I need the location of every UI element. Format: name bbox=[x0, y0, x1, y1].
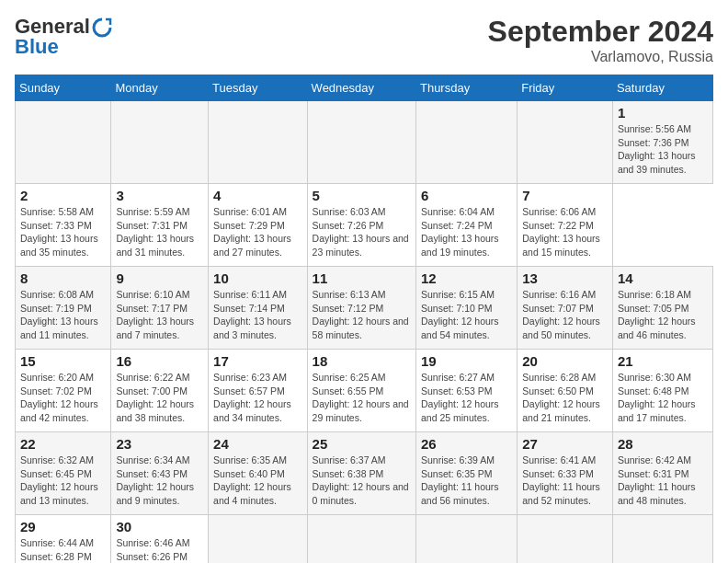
calendar-cell bbox=[415, 515, 517, 564]
day-info: Sunrise: 5:59 AMSunset: 7:31 PMDaylight:… bbox=[116, 205, 203, 259]
day-number: 5 bbox=[313, 188, 411, 203]
day-info: Sunrise: 6:20 AMSunset: 7:02 PMDaylight:… bbox=[20, 371, 106, 425]
day-number: 29 bbox=[20, 519, 106, 534]
title-block: September 2024 Varlamovo, Russia bbox=[488, 15, 713, 65]
calendar-cell: 27Sunrise: 6:41 AMSunset: 6:33 PMDayligh… bbox=[518, 432, 613, 515]
day-info: Sunrise: 6:15 AMSunset: 7:10 PMDaylight:… bbox=[421, 288, 512, 342]
logo-icon bbox=[92, 17, 112, 38]
calendar-cell: 12Sunrise: 6:15 AMSunset: 7:10 PMDayligh… bbox=[415, 267, 517, 350]
calendar-cell bbox=[307, 515, 415, 564]
calendar-cell bbox=[307, 101, 415, 184]
day-info: Sunrise: 6:03 AMSunset: 7:26 PMDaylight:… bbox=[313, 205, 411, 259]
day-info: Sunrise: 6:22 AMSunset: 7:00 PMDaylight:… bbox=[116, 371, 203, 425]
day-number: 25 bbox=[313, 436, 411, 452]
day-info: Sunrise: 6:28 AMSunset: 6:50 PMDaylight:… bbox=[522, 371, 608, 425]
calendar-cell: 22Sunrise: 6:32 AMSunset: 6:45 PMDayligh… bbox=[16, 432, 111, 515]
day-number: 3 bbox=[116, 188, 203, 203]
calendar-cell: 6Sunrise: 6:04 AMSunset: 7:24 PMDaylight… bbox=[415, 184, 517, 267]
weekday-header-tuesday: Tuesday bbox=[209, 75, 307, 101]
calendar-cell: 26Sunrise: 6:39 AMSunset: 6:35 PMDayligh… bbox=[415, 432, 517, 515]
weekday-header-monday: Monday bbox=[111, 75, 209, 101]
day-info: Sunrise: 6:10 AMSunset: 7:17 PMDaylight:… bbox=[116, 288, 203, 342]
calendar-cell bbox=[209, 101, 307, 184]
day-number: 17 bbox=[213, 353, 301, 369]
day-number: 27 bbox=[522, 436, 608, 452]
day-info: Sunrise: 6:13 AMSunset: 7:12 PMDaylight:… bbox=[313, 288, 411, 342]
day-number: 21 bbox=[618, 353, 708, 369]
day-number: 8 bbox=[20, 270, 106, 286]
day-info: Sunrise: 6:46 AMSunset: 6:26 PMDaylight:… bbox=[116, 536, 203, 563]
calendar-cell: 30Sunrise: 6:46 AMSunset: 6:26 PMDayligh… bbox=[111, 515, 209, 564]
day-number: 6 bbox=[421, 188, 512, 203]
day-info: Sunrise: 6:35 AMSunset: 6:40 PMDaylight:… bbox=[213, 454, 301, 508]
calendar-cell: 7Sunrise: 6:06 AMSunset: 7:22 PMDaylight… bbox=[518, 184, 613, 267]
calendar-cell bbox=[111, 101, 209, 184]
day-number: 28 bbox=[618, 436, 708, 452]
calendar-cell: 29Sunrise: 6:44 AMSunset: 6:28 PMDayligh… bbox=[16, 515, 111, 564]
day-info: Sunrise: 6:41 AMSunset: 6:33 PMDaylight:… bbox=[522, 454, 608, 508]
calendar-cell: 21Sunrise: 6:30 AMSunset: 6:48 PMDayligh… bbox=[612, 350, 712, 432]
day-number: 24 bbox=[213, 436, 301, 452]
day-info: Sunrise: 6:32 AMSunset: 6:45 PMDaylight:… bbox=[20, 454, 106, 508]
calendar-cell: 9Sunrise: 6:10 AMSunset: 7:17 PMDaylight… bbox=[111, 267, 209, 350]
day-number: 13 bbox=[522, 270, 608, 286]
day-info: Sunrise: 6:37 AMSunset: 6:38 PMDaylight:… bbox=[313, 454, 411, 508]
calendar-cell: 13Sunrise: 6:16 AMSunset: 7:07 PMDayligh… bbox=[518, 267, 613, 350]
calendar-table: SundayMondayTuesdayWednesdayThursdayFrid… bbox=[15, 75, 713, 563]
day-number: 7 bbox=[522, 188, 608, 203]
calendar-cell: 10Sunrise: 6:11 AMSunset: 7:14 PMDayligh… bbox=[209, 267, 307, 350]
calendar-cell: 14Sunrise: 6:18 AMSunset: 7:05 PMDayligh… bbox=[612, 267, 712, 350]
day-info: Sunrise: 5:58 AMSunset: 7:33 PMDaylight:… bbox=[20, 205, 106, 259]
calendar-week-row: 22Sunrise: 6:32 AMSunset: 6:45 PMDayligh… bbox=[16, 432, 713, 515]
day-info: Sunrise: 6:30 AMSunset: 6:48 PMDaylight:… bbox=[618, 371, 708, 425]
day-info: Sunrise: 6:11 AMSunset: 7:14 PMDaylight:… bbox=[213, 288, 301, 342]
logo: General Blue bbox=[15, 15, 112, 59]
calendar-cell: 20Sunrise: 6:28 AMSunset: 6:50 PMDayligh… bbox=[518, 350, 613, 432]
day-number: 1 bbox=[618, 105, 708, 121]
day-info: Sunrise: 6:27 AMSunset: 6:53 PMDaylight:… bbox=[421, 371, 512, 425]
location: Varlamovo, Russia bbox=[488, 49, 713, 65]
calendar-cell: 5Sunrise: 6:03 AMSunset: 7:26 PMDaylight… bbox=[307, 184, 415, 267]
day-info: Sunrise: 6:23 AMSunset: 6:57 PMDaylight:… bbox=[213, 371, 301, 425]
weekday-header-wednesday: Wednesday bbox=[307, 75, 415, 101]
calendar-cell bbox=[16, 101, 111, 184]
calendar-cell: 24Sunrise: 6:35 AMSunset: 6:40 PMDayligh… bbox=[209, 432, 307, 515]
calendar-cell: 23Sunrise: 6:34 AMSunset: 6:43 PMDayligh… bbox=[111, 432, 209, 515]
calendar-week-row: 8Sunrise: 6:08 AMSunset: 7:19 PMDaylight… bbox=[16, 267, 713, 350]
day-number: 16 bbox=[116, 353, 203, 369]
day-number: 26 bbox=[421, 436, 512, 452]
day-number: 23 bbox=[116, 436, 203, 452]
calendar-cell: 19Sunrise: 6:27 AMSunset: 6:53 PMDayligh… bbox=[415, 350, 517, 432]
calendar-cell bbox=[518, 101, 613, 184]
calendar-cell: 8Sunrise: 6:08 AMSunset: 7:19 PMDaylight… bbox=[16, 267, 111, 350]
day-info: Sunrise: 6:25 AMSunset: 6:55 PMDaylight:… bbox=[313, 371, 411, 425]
weekday-header-row: SundayMondayTuesdayWednesdayThursdayFrid… bbox=[16, 75, 713, 101]
calendar-cell: 25Sunrise: 6:37 AMSunset: 6:38 PMDayligh… bbox=[307, 432, 415, 515]
calendar-cell bbox=[415, 101, 517, 184]
weekday-header-saturday: Saturday bbox=[612, 75, 712, 101]
day-info: Sunrise: 6:34 AMSunset: 6:43 PMDaylight:… bbox=[116, 454, 203, 508]
day-info: Sunrise: 6:44 AMSunset: 6:28 PMDaylight:… bbox=[20, 536, 106, 563]
calendar-cell bbox=[209, 515, 307, 564]
day-info: Sunrise: 6:04 AMSunset: 7:24 PMDaylight:… bbox=[421, 205, 512, 259]
weekday-header-thursday: Thursday bbox=[415, 75, 517, 101]
month-title: September 2024 bbox=[488, 15, 713, 49]
weekday-header-sunday: Sunday bbox=[16, 75, 111, 101]
day-number: 14 bbox=[618, 270, 708, 286]
calendar-week-row: 2Sunrise: 5:58 AMSunset: 7:33 PMDaylight… bbox=[16, 184, 713, 267]
day-info: Sunrise: 5:56 AMSunset: 7:36 PMDaylight:… bbox=[618, 122, 708, 177]
day-number: 4 bbox=[213, 188, 301, 203]
calendar-cell bbox=[518, 515, 613, 564]
calendar-cell: 15Sunrise: 6:20 AMSunset: 7:02 PMDayligh… bbox=[16, 350, 111, 432]
calendar-cell: 4Sunrise: 6:01 AMSunset: 7:29 PMDaylight… bbox=[209, 184, 307, 267]
day-info: Sunrise: 6:18 AMSunset: 7:05 PMDaylight:… bbox=[618, 288, 708, 342]
calendar-cell: 18Sunrise: 6:25 AMSunset: 6:55 PMDayligh… bbox=[307, 350, 415, 432]
day-number: 30 bbox=[116, 519, 203, 534]
day-number: 20 bbox=[522, 353, 608, 369]
calendar-cell: 2Sunrise: 5:58 AMSunset: 7:33 PMDaylight… bbox=[16, 184, 111, 267]
day-number: 18 bbox=[313, 353, 411, 369]
calendar-cell: 17Sunrise: 6:23 AMSunset: 6:57 PMDayligh… bbox=[209, 350, 307, 432]
calendar-week-row: 1Sunrise: 5:56 AMSunset: 7:36 PMDaylight… bbox=[16, 101, 713, 184]
calendar-week-row: 29Sunrise: 6:44 AMSunset: 6:28 PMDayligh… bbox=[16, 515, 713, 564]
day-info: Sunrise: 6:39 AMSunset: 6:35 PMDaylight:… bbox=[421, 454, 512, 508]
